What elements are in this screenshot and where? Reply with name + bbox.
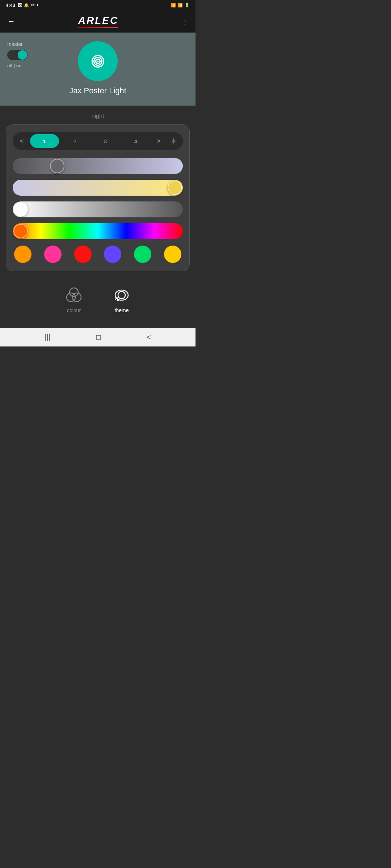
swatch-green[interactable] — [134, 246, 151, 263]
app-logo: ARLEC — [78, 15, 118, 26]
tab-2[interactable]: 2 — [60, 134, 89, 148]
dot-icon: • — [37, 2, 38, 8]
tab-1[interactable]: 1 — [30, 134, 59, 148]
theme-label: theme — [115, 307, 129, 313]
toggle-knob — [18, 50, 27, 60]
theme-icon — [112, 286, 131, 305]
hue-thumb[interactable] — [13, 224, 28, 238]
white-balance-slider-row — [13, 201, 183, 217]
color-temp-slider[interactable] — [13, 180, 183, 196]
status-left: 4:43 🖼 🔔 ✉ • — [6, 2, 38, 8]
hero-section: master off | on Jax Poster Light — [0, 33, 196, 106]
brightness-slider-row — [13, 158, 183, 174]
signal-icon: 📶 — [178, 3, 183, 8]
swatch-purple[interactable] — [104, 246, 121, 263]
tab-selector: < 1 2 3 4 > — [13, 132, 183, 150]
white-balance-slider[interactable] — [13, 201, 183, 217]
colour-icon — [64, 286, 83, 305]
nav-theme[interactable]: theme — [112, 286, 131, 313]
color-swatches — [13, 246, 183, 263]
back-system-button[interactable]: < — [147, 333, 151, 341]
colour-label: colour — [67, 307, 81, 313]
color-temp-thumb[interactable] — [168, 180, 182, 195]
app-header: ← ARLEC ⋮ — [0, 10, 196, 33]
mode-label: night — [6, 113, 190, 119]
brightness-thumb[interactable] — [50, 159, 64, 173]
master-toggle[interactable] — [7, 50, 28, 60]
sparkle-button[interactable] — [167, 134, 181, 148]
control-card: < 1 2 3 4 > — [6, 124, 190, 271]
svg-point-8 — [117, 299, 119, 301]
swatch-orange[interactable] — [14, 246, 31, 263]
white-balance-thumb[interactable] — [13, 202, 28, 217]
mail-icon: ✉ — [31, 3, 34, 8]
photo-icon: 🖼 — [17, 3, 22, 8]
system-nav-bar: ||| □ < — [0, 328, 196, 346]
color-temp-slider-row — [13, 180, 183, 196]
logo-container: ARLEC — [78, 15, 118, 28]
notification-icon: 🔔 — [24, 3, 29, 8]
tab-next-button[interactable]: > — [152, 134, 165, 148]
device-icon-circle — [78, 41, 118, 81]
swatch-yellow[interactable] — [164, 246, 181, 263]
status-right: 📶 📶 🔋 — [171, 3, 190, 8]
device-name: Jax Poster Light — [69, 86, 126, 95]
status-time: 4:43 — [6, 3, 15, 8]
swatch-pink[interactable] — [44, 246, 62, 263]
svg-point-1 — [97, 60, 98, 62]
master-toggle-area: master off | on — [7, 41, 28, 68]
home-button[interactable]: □ — [96, 333, 101, 341]
menu-button[interactable]: ⋮ — [181, 17, 188, 26]
swatch-red[interactable] — [74, 246, 92, 263]
svg-point-7 — [115, 297, 118, 299]
tab-4[interactable]: 4 — [121, 134, 150, 148]
bottom-nav: colour theme — [6, 275, 190, 320]
main-content: night < 1 2 3 4 > — [0, 106, 196, 328]
battery-icon: 🔋 — [185, 3, 190, 8]
svg-point-2 — [70, 288, 78, 297]
toggle-off-on-label: off | on — [7, 63, 21, 68]
hue-slider[interactable] — [13, 223, 183, 239]
recent-apps-button[interactable]: ||| — [45, 333, 50, 341]
master-label: master — [7, 41, 23, 47]
svg-point-6 — [118, 292, 125, 299]
nav-colour[interactable]: colour — [64, 286, 83, 313]
status-bar: 4:43 🖼 🔔 ✉ • 📶 📶 🔋 — [0, 0, 196, 10]
back-button[interactable]: ← — [7, 17, 15, 26]
hue-slider-row — [13, 223, 183, 239]
brightness-slider[interactable] — [13, 158, 183, 174]
device-spiral-icon — [86, 50, 110, 73]
svg-point-9 — [115, 299, 116, 300]
tab-prev-button[interactable]: < — [15, 134, 29, 148]
tab-3[interactable]: 3 — [91, 134, 120, 148]
logo-underline — [78, 27, 118, 28]
svg-point-4 — [72, 293, 81, 302]
wifi-icon: 📶 — [171, 3, 176, 8]
